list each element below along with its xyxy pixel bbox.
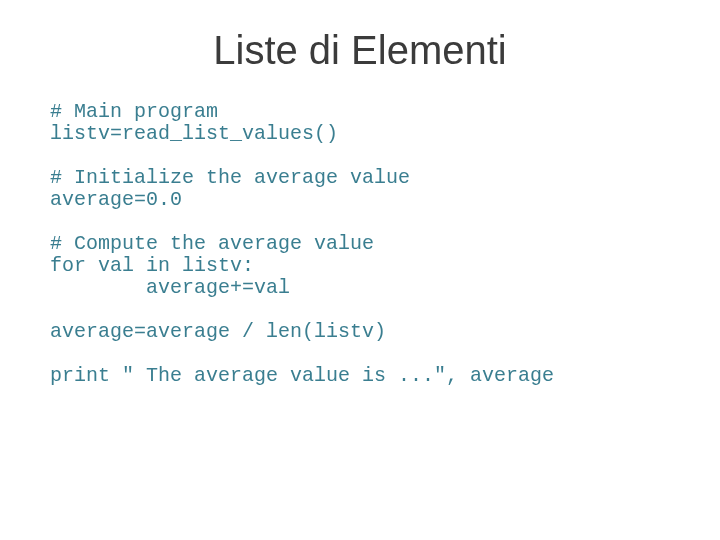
code-line: # Compute the average value	[50, 233, 670, 255]
code-group-compute: # Compute the average value for val in l…	[50, 233, 670, 299]
code-line: average=average / len(listv)	[50, 321, 670, 343]
code-group-main: # Main program listv=read_list_values()	[50, 101, 670, 145]
code-group-init: # Initialize the average value average=0…	[50, 167, 670, 211]
code-line: average+=val	[50, 277, 670, 299]
code-group-print: print " The average value is ...", avera…	[50, 365, 670, 387]
code-group-divide: average=average / len(listv)	[50, 321, 670, 343]
slide-title: Liste di Elementi	[50, 28, 670, 73]
code-line: # Main program	[50, 101, 670, 123]
code-line: average=0.0	[50, 189, 670, 211]
code-line: # Initialize the average value	[50, 167, 670, 189]
code-line: for val in listv:	[50, 255, 670, 277]
code-line: listv=read_list_values()	[50, 123, 670, 145]
code-line: print " The average value is ...", avera…	[50, 365, 670, 387]
slide: Liste di Elementi # Main program listv=r…	[0, 0, 720, 540]
